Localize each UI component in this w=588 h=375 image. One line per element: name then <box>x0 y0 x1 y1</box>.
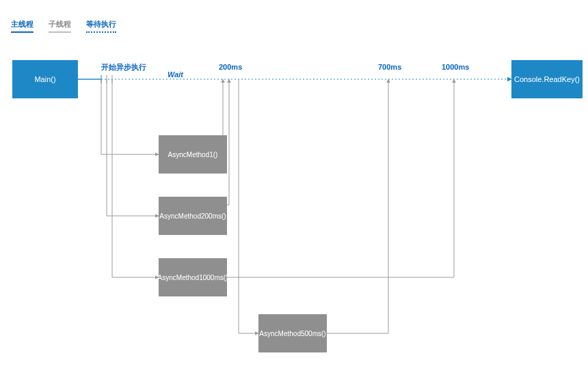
node-async1: AsyncMethod1() <box>159 135 227 173</box>
arrow-async500-return <box>327 79 388 333</box>
node-async500-label: AsyncMethod500ms() <box>259 330 325 337</box>
node-async200-label: AsyncMethod200ms() <box>159 212 226 220</box>
arrow-async1000-return <box>227 79 454 277</box>
arrow-async200-return <box>227 79 229 205</box>
tick-label-1000: 1000ms <box>442 63 469 71</box>
node-readkey: Console.ReadKey() <box>511 60 583 98</box>
tick-label-200: 200ms <box>219 63 242 71</box>
arrow-200-to-async500 <box>239 79 258 333</box>
arrow-main-to-async1000 <box>112 79 159 277</box>
node-async1-label: AsyncMethod1() <box>168 151 218 158</box>
node-async1000: AsyncMethod1000ms() <box>158 258 228 296</box>
label-wait: Wait <box>168 70 184 79</box>
arrow-main-to-async200 <box>107 79 159 216</box>
arrow-main-to-async1 <box>101 79 159 154</box>
node-async1000-label: AsyncMethod1000ms() <box>158 274 228 281</box>
node-async200: AsyncMethod200ms() <box>159 197 227 235</box>
node-main: Main() <box>12 60 78 98</box>
tick-label-700: 700ms <box>378 63 401 71</box>
node-main-label: Main() <box>34 75 55 83</box>
node-readkey-label: Console.ReadKey() <box>514 75 580 83</box>
diagram-canvas: Main() Console.ReadKey() 开始异步执行 Wait 200… <box>0 0 588 375</box>
label-start-async: 开始异步执行 <box>101 63 146 71</box>
node-async500: AsyncMethod500ms() <box>258 314 327 352</box>
